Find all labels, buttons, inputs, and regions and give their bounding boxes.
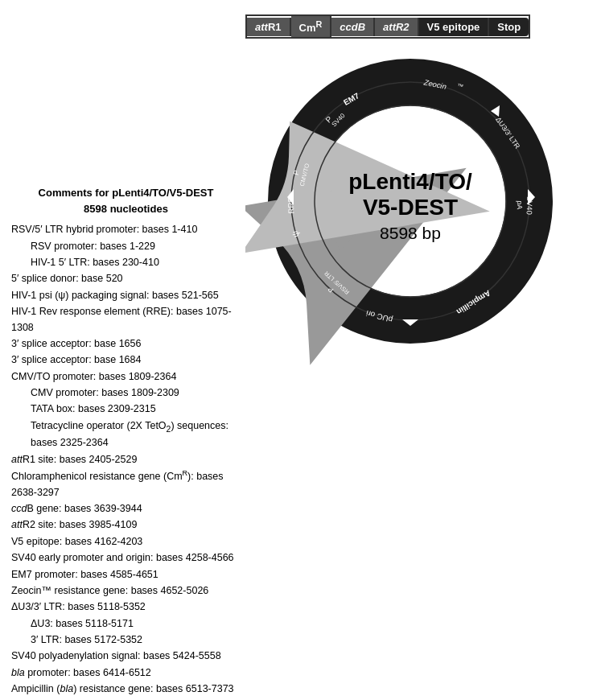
comment-entry: V5 epitope: bases 4162-4203: [11, 534, 241, 550]
plasmid-map-clean: pLenti4/TO/ V5-DEST 8598 bp P SV40 EM7 Z…: [245, 28, 575, 358]
comment-entry: SV40 polyadenylation signal: bases 5424-…: [11, 649, 241, 664]
plasmid-svg-main: pLenti4/TO/ V5-DEST 8598 bp P SV40 EM7 Z…: [245, 28, 575, 366]
comment-entry: ΔU3: bases 5118-5171: [31, 616, 241, 632]
comment-entry: Zeocin™ resistance gene: bases 4652-5026: [11, 583, 241, 599]
svg-text:V5-DEST: V5-DEST: [363, 195, 458, 220]
comment-entry: RSV/5′ LTR hybrid promoter: bases 1-410: [11, 222, 241, 237]
comment-entry: HIV-1 5′ LTR: bases 230-410: [31, 255, 241, 270]
comment-entry: HIV-1 psi (ψ) packaging signal: bases 52…: [11, 288, 241, 303]
comment-entry: Ampicillin (bla) resistance gene: bases …: [11, 681, 241, 697]
comment-entry: RSV promoter: bases 1-229: [31, 239, 241, 254]
svg-text:pLenti4/TO/: pLenti4/TO/: [348, 169, 472, 194]
comments-section: Comments for pLenti4/TO/V5-DEST 8598 nuc…: [11, 185, 241, 700]
comment-entry: Chloramphenicol resistance gene (CmR): b…: [11, 468, 241, 500]
comment-entry: ΔU3/3′ LTR: bases 5118-5352: [11, 599, 241, 615]
comment-entry: TATA box: bases 2309-2315: [31, 401, 241, 417]
comment-entry: 5′ splice donor: base 520: [11, 271, 241, 286]
comment-entry: SV40 early promoter and origin: bases 42…: [11, 550, 241, 566]
comment-entry: 3′ LTR: bases 5172-5352: [31, 632, 241, 648]
comment-entry: CMV/TO promoter: bases 1809-2364: [11, 369, 241, 385]
comment-entry: bla promoter: bases 6414-6512: [11, 665, 241, 681]
comment-entry: Tetracycline operator (2X TetO2) sequenc…: [31, 418, 241, 451]
comment-entry: ccdB gene: bases 3639-3944: [11, 501, 241, 517]
comment-entry: attR2 site: bases 3985-4109: [11, 517, 241, 533]
comments-title: Comments for pLenti4/TO/V5-DEST 8598 nuc…: [11, 185, 241, 217]
comment-entry: 3′ splice acceptor: base 1684: [11, 352, 241, 368]
comment-entry: CMV promoter: bases 1809-2309: [31, 385, 241, 401]
comment-entry: attR1 site: bases 2405-2529: [11, 452, 241, 467]
comment-entry: EM7 promoter: bases 4585-4651: [11, 567, 241, 583]
svg-text:pA: pA: [516, 200, 524, 209]
svg-text:8598 bp: 8598 bp: [380, 224, 441, 242]
comment-entry: HIV-1 Rev response element (RRE): bases …: [11, 304, 241, 336]
comment-entry: 3′ splice acceptor: base 1656: [11, 336, 241, 352]
